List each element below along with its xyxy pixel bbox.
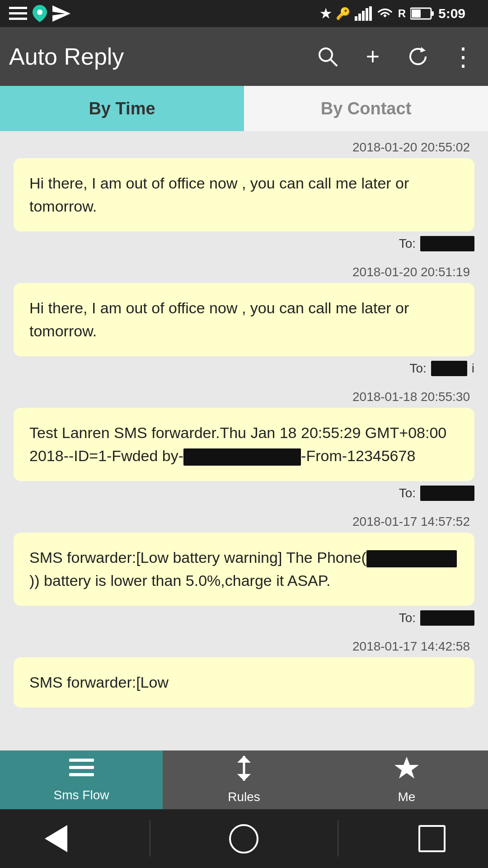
status-bar-right: ★ 🔑 R 5:09 (320, 6, 479, 21)
add-button[interactable]: + (357, 41, 389, 72)
message-group-3: 2018-01-18 20:55:30 Test Lanren SMS forw… (14, 390, 474, 510)
refresh-button[interactable] (402, 41, 434, 72)
system-nav (0, 809, 488, 868)
message-group-5: 2018-01-17 14:42:58 SMS forwarder:[Low (14, 639, 474, 712)
tab-by-time[interactable]: By Time (0, 86, 244, 131)
tab-bar: By Time By Contact (0, 86, 488, 131)
status-bar: ★ 🔑 R 5:09 (0, 0, 488, 27)
timestamp-3: 2018-01-18 20:55:30 (14, 390, 474, 404)
timestamp-1: 2018-01-20 20:55:02 (14, 140, 474, 155)
svg-rect-8 (366, 8, 368, 21)
message-group-1: 2018-01-20 20:55:02 Hi there, I am out o… (14, 140, 474, 260)
app-bar-icons: + ⋮ (312, 41, 479, 72)
me-label: Me (398, 790, 416, 804)
timestamp-5: 2018-01-17 14:42:58 (14, 639, 474, 654)
redacted-4b (420, 610, 474, 626)
search-button[interactable] (312, 41, 343, 72)
to-line-3: To: (14, 486, 474, 501)
svg-marker-22 (394, 757, 419, 778)
bluetooth-icon: ★ (320, 6, 331, 21)
location-icon (33, 5, 47, 22)
redacted-1 (420, 236, 474, 251)
rules-icon (233, 756, 255, 786)
nav-sms-flow[interactable]: Sms Flow (0, 750, 163, 809)
svg-line-14 (330, 59, 337, 66)
svg-rect-9 (369, 6, 372, 21)
battery-icon (410, 7, 434, 20)
redacted-2 (431, 361, 467, 376)
nav-me[interactable]: Me (325, 750, 488, 809)
key-icon: 🔑 (336, 7, 350, 21)
signal-icon (355, 6, 372, 21)
time-display: 5:09 (438, 6, 479, 21)
recent-button[interactable] (414, 821, 450, 857)
tab-by-contact[interactable]: By Contact (244, 86, 488, 131)
me-icon (394, 756, 419, 786)
nav-rules[interactable]: Rules (163, 750, 325, 809)
svg-marker-15 (420, 47, 426, 52)
to-line-1: To: (14, 236, 474, 251)
svg-marker-20 (237, 756, 251, 763)
svg-rect-16 (69, 759, 94, 762)
to-line-2: To: i (14, 361, 474, 376)
svg-rect-0 (9, 7, 27, 9)
redacted-4 (366, 550, 457, 567)
timestamp-2: 2018-01-20 20:51:19 (14, 265, 474, 279)
svg-point-3 (37, 9, 42, 15)
message-bubble-4: SMS forwarder:[Low battery warning] The … (14, 533, 474, 606)
svg-rect-1 (9, 12, 27, 14)
svg-rect-12 (412, 9, 421, 18)
messages-container: 2018-01-20 20:55:02 Hi there, I am out o… (0, 131, 488, 809)
svg-rect-18 (69, 773, 94, 776)
rules-label: Rules (228, 790, 260, 804)
back-button[interactable] (38, 821, 74, 857)
send-icon (52, 5, 70, 22)
home-button[interactable] (226, 821, 262, 857)
svg-rect-11 (431, 11, 434, 16)
svg-marker-21 (237, 774, 251, 781)
redacted-3b (420, 486, 474, 501)
svg-rect-2 (9, 18, 27, 20)
bottom-nav: Sms Flow Rules Me (0, 750, 488, 809)
message-group-4: 2018-01-17 14:57:52 SMS forwarder:[Low b… (14, 514, 474, 635)
divider-2 (338, 821, 338, 857)
message-group-2: 2018-01-20 20:51:19 Hi there, I am out o… (14, 265, 474, 385)
status-bar-left (9, 5, 70, 22)
r-indicator: R (398, 7, 406, 20)
app-bar: Auto Reply + ⋮ (0, 27, 488, 86)
svg-rect-6 (358, 14, 361, 21)
to-line-4: To: (14, 610, 474, 626)
svg-rect-17 (69, 766, 94, 769)
divider-1 (150, 821, 150, 857)
sms-flow-icon (69, 757, 94, 784)
svg-point-13 (319, 48, 332, 61)
message-bubble-1: Hi there, I am out of office now , you c… (14, 158, 474, 231)
svg-rect-7 (362, 11, 365, 21)
sms-flow-label: Sms Flow (54, 788, 109, 802)
svg-marker-4 (52, 5, 70, 22)
svg-rect-5 (355, 16, 357, 21)
timestamp-4: 2018-01-17 14:57:52 (14, 514, 474, 529)
app-title: Auto Reply (9, 43, 303, 70)
more-button[interactable]: ⋮ (447, 41, 479, 72)
message-bubble-3: Test Lanren SMS forwarder.Thu Jan 18 20:… (14, 408, 474, 481)
wifi-icon (376, 6, 394, 21)
message-bubble-2: Hi there, I am out of office now , you c… (14, 283, 474, 356)
redacted-3 (183, 448, 301, 466)
message-bubble-5: SMS forwarder:[Low (14, 657, 474, 708)
menu-icon (9, 7, 27, 20)
